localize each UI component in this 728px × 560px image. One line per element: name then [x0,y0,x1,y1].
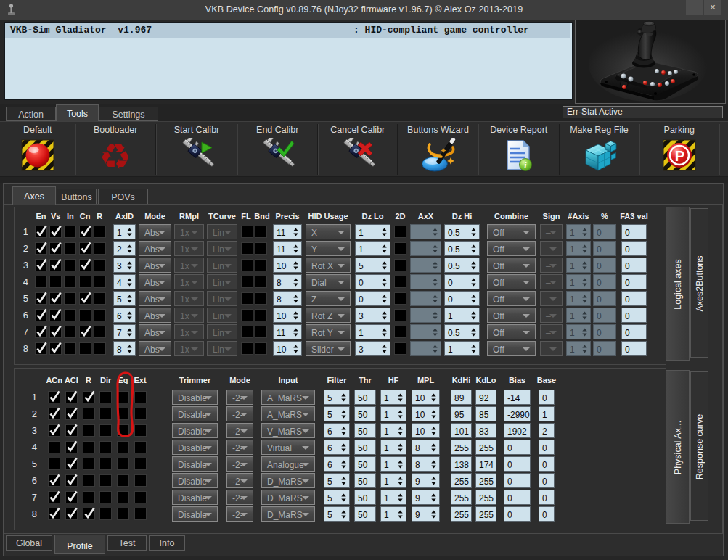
dropdown-tcurve-row6[interactable]: Lin [207,308,237,323]
checkbox-dir-row8-unchecked[interactable] [100,508,111,519]
dropdown-input-row3[interactable]: V_MaRS [261,423,315,438]
checkbox-bnd-row4-unchecked[interactable] [255,276,266,287]
field-kdhi-row3[interactable]: 101 [451,423,472,438]
dropdown-mode-row5[interactable]: -2- [226,456,253,472]
field-kdhi-row2[interactable]: 95 [451,406,472,421]
checkbox-r-row8-unchecked[interactable] [94,343,105,354]
field-bias-row4[interactable]: 0 [504,440,531,455]
spinner-axx-row1[interactable] [410,224,441,239]
field-fa3val-row3[interactable]: 0 [621,258,647,273]
spinner-axid-row8[interactable]: 8 [113,341,136,356]
tab-buttons[interactable]: Buttons [57,189,97,205]
checkbox-in-row3-unchecked[interactable] [65,260,75,271]
tab-tools[interactable]: Tools [56,104,99,121]
device-info-list[interactable]: VKB-Sim Gladiator v1.967 : HID-compliant… [4,22,573,100]
checkbox-r-row4-unchecked[interactable] [83,442,94,453]
checkbox-dir-row3-unchecked[interactable] [100,425,111,436]
spinner-filter-row7[interactable]: 5 [324,490,350,505]
checkbox-vs-row4-unchecked[interactable] [50,276,61,287]
spinner-dzhi-row5[interactable]: 0 [444,291,480,306]
checkbox-vs-row3-checked[interactable] [50,260,61,271]
checkbox-vs-row7-checked[interactable] [50,326,61,337]
dropdown-input-row2[interactable]: A_MaRS [261,406,315,421]
spinner-dzhi-row3[interactable]: 0.5 [444,258,480,273]
dropdown-sign-row4[interactable]: – [540,274,563,289]
tab-povs[interactable]: POVs [98,189,148,205]
field-fa3val-row6[interactable]: 0 [621,308,647,323]
checkbox-r-row2-unchecked[interactable] [83,408,94,419]
dropdown-sign-row7[interactable]: – [540,324,563,339]
field-thr-row4[interactable]: 50 [354,440,376,455]
field-thr-row7[interactable]: 50 [354,490,376,505]
spinner-filter-row6[interactable]: 5 [324,473,350,488]
checkbox-r-row7-unchecked[interactable] [94,326,105,337]
dropdown-trimmer-row1[interactable]: Disable [172,390,218,405]
dropdown-combine-row2[interactable]: Off [487,241,536,256]
spinner-axid-row6[interactable]: 6 [113,308,136,323]
checkbox-dir-row2-unchecked[interactable] [100,408,111,419]
checkbox-ext-row4-unchecked[interactable] [135,442,146,453]
field-kdlo-row2[interactable]: 85 [475,406,496,421]
field-bias-row2[interactable]: -2990 [504,406,531,421]
spinner-axid-row3[interactable]: 3 [113,258,136,273]
dropdown-mode-row8[interactable]: Abs [139,341,171,356]
spinner-axid-row5[interactable]: 5 [113,291,136,306]
dropdown-rmpl-row6[interactable]: 1x [174,308,204,323]
spinner-naxis-row5[interactable]: 1 [566,291,591,306]
checkbox-r-row6-unchecked[interactable] [94,310,105,321]
spinner-axx-row7[interactable] [410,324,441,339]
dropdown-hid-usage-row8[interactable]: Slider [306,341,351,356]
toolbar-button-start-calibr[interactable]: Start Calibr [156,122,237,176]
dropdown-tcurve-row5[interactable]: Lin [207,291,237,306]
checkbox-ext-row2-unchecked[interactable] [135,408,146,419]
checkbox-vs-row6-checked[interactable] [50,310,61,321]
spinner-mpl-row7[interactable]: 9 [412,490,440,505]
toolbar-button-make-reg-file[interactable]: Make Reg File [560,122,639,176]
spinner-mpl-row4[interactable]: 8 [412,440,440,455]
checkbox-acl-row4-checked[interactable] [66,442,77,453]
field-fa3val-row5[interactable]: 0 [621,291,647,306]
field-thr-row3[interactable]: 50 [354,423,376,438]
checkbox-en-row8-checked[interactable] [36,343,46,354]
checkbox-dir-row6-unchecked[interactable] [100,475,111,486]
spinner-naxis-row3[interactable]: 1 [566,258,591,273]
dropdown-sign-row2[interactable]: – [540,241,563,256]
checkbox-cn-row6-unchecked[interactable] [80,310,91,321]
toolbar-button-device-report[interactable]: Device Report i [478,122,560,176]
field-kdlo-row4[interactable]: 255 [475,440,496,455]
checkbox-dir-row7-unchecked[interactable] [100,492,111,503]
checkbox-fl-row3-unchecked[interactable] [242,260,253,271]
field-base-row6[interactable]: 0 [539,473,555,488]
field-kdhi-row5[interactable]: 138 [451,456,472,472]
checkbox-fl-row7-unchecked[interactable] [242,326,253,337]
field-base-row1[interactable]: 0 [539,390,555,405]
checkbox-eq-row4-unchecked[interactable] [118,442,128,453]
spinner-hf-row2[interactable]: 1 [380,406,406,421]
field-bias-row1[interactable]: -14 [504,390,531,405]
dropdown-tcurve-row1[interactable]: Lin [207,224,237,239]
checkbox-cn-row5-checked[interactable] [80,293,91,304]
checkbox-en-row5-checked[interactable] [36,293,46,304]
dropdown-combine-row6[interactable]: Off [487,308,536,323]
spinner-mpl-row5[interactable]: 8 [412,456,440,472]
checkbox-en-row2-checked[interactable] [36,243,46,254]
dropdown-hid-usage-row5[interactable]: Z [306,291,351,306]
field-kdlo-row7[interactable]: 255 [475,490,496,505]
spinner-naxis-row8[interactable]: 1 [566,341,591,356]
dropdown-mode-row2[interactable]: -2- [226,406,253,421]
dropdown-hid-usage-row4[interactable]: Dial [306,274,351,289]
checkbox-ext-row3-unchecked[interactable] [135,425,146,436]
tab-info[interactable]: Info [149,535,185,551]
checkbox-en-row7-checked[interactable] [36,326,46,337]
side-tab-physicalax[interactable]: Physical Ax... [666,370,690,524]
checkbox-ext-row7-unchecked[interactable] [135,492,146,503]
dropdown-trimmer-row7[interactable]: Disable [172,490,218,505]
checkbox-in-row2-unchecked[interactable] [65,243,75,254]
checkbox-eq-row1-unchecked[interactable] [118,392,128,403]
field-base-row3[interactable]: 2 [539,423,555,438]
field-bias-row5[interactable]: 0 [504,456,531,472]
dropdown-mode-row2[interactable]: Abs [139,241,171,256]
toolbar-button-bootloader[interactable]: Bootloader ♻ [75,122,157,176]
dropdown-trimmer-row2[interactable]: Disable [172,406,218,421]
dropdown-rmpl-row7[interactable]: 1x [174,324,204,339]
